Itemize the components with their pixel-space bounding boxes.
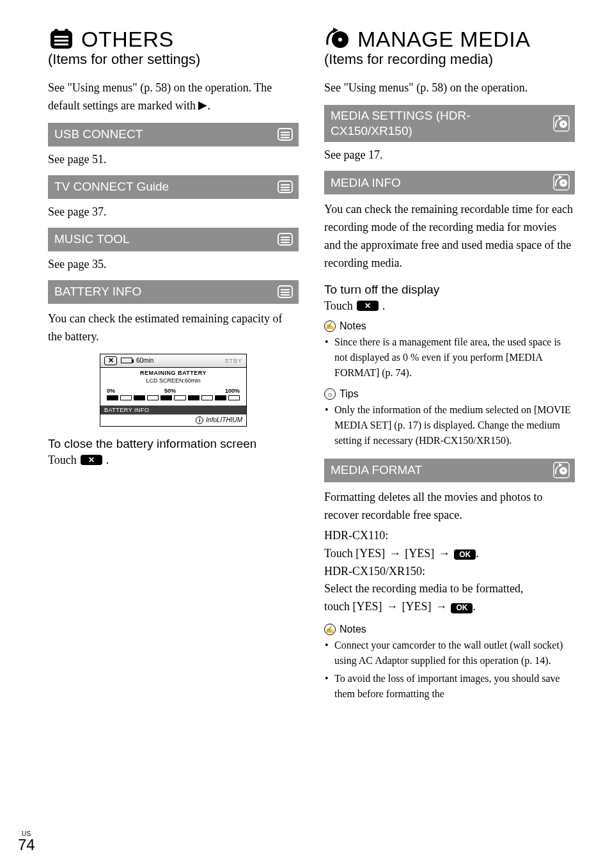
svg-marker-36 — [559, 463, 563, 467]
arrow-icon: → — [437, 547, 451, 560]
note-icon: ✍ — [324, 624, 336, 635]
battery-info-desc: You can check the estimated remaining ca… — [48, 310, 299, 346]
period: . — [476, 547, 479, 560]
music-tool-see: See page 35. — [48, 258, 299, 271]
media-settings-title: MEDIA SETTINGS (HDR-CX150/XR150) — [331, 108, 548, 139]
media-format-desc: Formatting deletes all the movies and ph… — [324, 489, 575, 525]
cx110-flow: Touch [YES] → [YES] → OK. — [324, 545, 575, 563]
battery-info-screen: ✕ 60min STBY REMAINING BATTERY LCD SCREE… — [100, 354, 247, 427]
svg-rect-3 — [54, 43, 68, 45]
intro-line-2b: . — [207, 99, 210, 112]
arrow-icon: → — [385, 600, 399, 613]
svg-marker-28 — [559, 116, 563, 120]
svg-rect-17 — [281, 242, 290, 243]
battery-info-title: BATTERY INFO — [54, 284, 272, 299]
touch-close-line: Touch ✕ . — [48, 454, 299, 467]
battery-scale: 0% 50% 100% — [100, 388, 246, 394]
others-subtitle: (Items for other settings) — [48, 51, 299, 68]
battery-icon — [121, 358, 132, 363]
flow-touch-yes: Touch [YES] — [324, 547, 385, 560]
touch-word: Touch — [48, 454, 77, 467]
tips-heading: ☼ Tips — [324, 388, 575, 400]
music-tool-header: MUSIC TOOL — [48, 228, 299, 251]
svg-rect-16 — [281, 239, 290, 241]
media-format-notes: Connect your camcorder to the wall outle… — [324, 638, 575, 702]
close-button-icon[interactable]: ✕ — [357, 301, 379, 311]
stby-label: STBY — [224, 358, 242, 364]
tv-connect-see: See page 37. — [48, 205, 299, 219]
svg-point-5 — [65, 29, 68, 33]
turn-off-heading: To turn off the display — [324, 283, 575, 297]
flow-yes: [YES] — [402, 600, 431, 613]
touch-word: Touch — [324, 299, 353, 313]
arrow-icon: → — [388, 547, 402, 560]
svg-rect-15 — [281, 237, 290, 238]
music-tool-title: MUSIC TOOL — [54, 232, 272, 247]
others-title: OTHERS — [81, 27, 174, 52]
tv-connect-title: TV CONNECT Guide — [54, 179, 272, 194]
note-icon: ✍ — [324, 320, 336, 332]
flow-yes: [YES] — [405, 547, 434, 560]
toolbox-icon — [277, 283, 293, 300]
tips-label: Tips — [340, 388, 359, 400]
flow-touch-yes: touch [YES] — [324, 600, 382, 613]
battery-screen-title: REMAINING BATTERY — [100, 368, 246, 376]
notes-label: Notes — [340, 624, 366, 635]
manage-media-intro: See "Using menus" (p. 58) on the operati… — [324, 79, 575, 97]
svg-rect-20 — [281, 292, 290, 293]
scale-100: 100% — [225, 388, 240, 394]
ok-button-icon[interactable]: OK — [451, 603, 473, 613]
toolbox-icon — [277, 126, 293, 143]
scale-0: 0% — [107, 388, 115, 394]
note-item: Since there is a management file area, t… — [324, 335, 575, 381]
close-icon[interactable]: ✕ — [104, 356, 117, 365]
svg-rect-21 — [281, 294, 290, 296]
manage-media-title: MANAGE MEDIA — [357, 27, 530, 52]
svg-point-4 — [54, 29, 58, 33]
svg-point-35 — [563, 470, 565, 471]
triangle-icon: ▶ — [198, 97, 207, 114]
others-intro: See "Using menus" (p. 58) on the operati… — [48, 79, 299, 115]
svg-rect-19 — [281, 289, 290, 290]
media-info-title: MEDIA INFO — [331, 175, 548, 191]
media-info-desc: You can check the remaining recordable t… — [324, 201, 575, 272]
close-button-icon[interactable]: ✕ — [81, 455, 102, 465]
usb-connect-see: See page 51. — [48, 153, 299, 166]
media-format-title: MEDIA FORMAT — [331, 462, 548, 478]
period: . — [106, 454, 109, 467]
right-column: MANAGE MEDIA (Items for recording media)… — [324, 26, 575, 704]
toolbox-icon — [48, 26, 75, 52]
media-format-header: MEDIA FORMAT — [324, 459, 575, 482]
select-media-line: Select the recording media to be formatt… — [324, 580, 575, 598]
disc-arrow-icon — [553, 174, 570, 191]
notes-heading: ✍ Notes — [324, 624, 575, 635]
svg-rect-11 — [281, 184, 290, 185]
usb-connect-title: USB CONNECT — [54, 127, 272, 142]
page-number: 74 — [18, 837, 35, 853]
notes-heading: ✍ Notes — [324, 320, 575, 332]
usb-connect-header: USB CONNECT — [48, 123, 299, 146]
battery-screen-topbar: ✕ 60min STBY — [100, 354, 246, 368]
media-info-tips: Only the information of the medium selec… — [324, 402, 575, 448]
note-item: Connect your camcorder to the wall outle… — [324, 638, 575, 668]
svg-rect-7 — [281, 132, 290, 133]
note-item: To avoid the loss of important images, y… — [324, 671, 575, 702]
svg-point-23 — [338, 38, 342, 42]
ok-button-icon[interactable]: OK — [454, 549, 476, 560]
disc-arrow-icon — [553, 115, 570, 132]
svg-point-31 — [563, 182, 565, 184]
tv-connect-header: TV CONNECT Guide — [48, 175, 299, 199]
battery-time: 60min — [136, 357, 153, 364]
tip-item: Only the information of the medium selec… — [324, 402, 575, 448]
left-column: OTHERS (Items for other settings) See "U… — [48, 26, 299, 704]
model-cx150-label: HDR-CX150/XR150: — [324, 563, 575, 581]
cx150-flow: touch [YES] → [YES] → OK. — [324, 598, 575, 616]
tip-icon: ☼ — [324, 388, 336, 400]
svg-rect-1 — [54, 36, 68, 38]
others-heading: OTHERS — [48, 26, 299, 52]
arrow-icon: → — [434, 600, 448, 613]
svg-rect-2 — [54, 40, 68, 42]
infolithium-label: InfoLITHIUM — [206, 416, 242, 423]
battery-info-header: BATTERY INFO — [48, 280, 299, 304]
svg-rect-9 — [281, 137, 290, 138]
